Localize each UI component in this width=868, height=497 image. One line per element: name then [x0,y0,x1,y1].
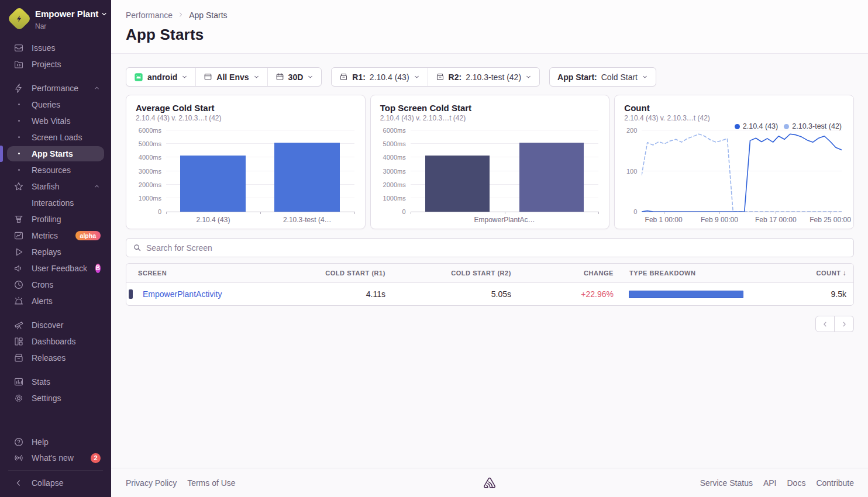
legend-item-2-10-3-test-42[interactable]: 2.10.3-test (42) [784,122,842,130]
chevron-down-icon [414,74,420,80]
screen-link[interactable]: EmpowerPlantActivity [138,289,222,299]
sidebar-item-dashboards[interactable]: Dashboards [7,334,104,349]
sidebar-item-collapse[interactable]: Collapse [7,475,104,491]
footer-link-contribute[interactable]: Contribute [816,478,854,488]
release-icon [339,73,348,81]
collapse-icon [13,477,25,489]
sidebar-item-label: Interactions [32,198,74,208]
section-chevron [93,84,101,92]
sidebar-item-resources[interactable]: Resources [7,163,104,178]
x-axis-label: Feb 9 00:00 [701,216,738,224]
chevron-down-icon [253,74,260,80]
x-axis-label: 2.10.4 (43) [196,216,230,224]
x-axis-tick [831,212,831,214]
y-axis-tick-label: 1000ms [379,195,406,202]
sidebar-item-issues[interactable]: Issues [7,40,104,56]
releases-icon [13,352,25,364]
sidebar-item-releases[interactable]: Releases [7,350,104,365]
search-input[interactable] [146,243,847,253]
chart-title: Count [624,103,844,113]
sidebar-item-screen-loads[interactable]: Screen Loads [7,130,104,145]
sidebar-item-starfish[interactable]: Starfish [7,179,104,194]
sidebar-item-performance[interactable]: Performance [7,81,104,96]
sidebar-item-interactions[interactable]: Interactions [7,195,104,210]
environment-filter[interactable]: All Envs [195,68,267,86]
help-icon [13,436,25,448]
x-axis-label: 2.10.3-test (4… [283,216,332,224]
release1-filter[interactable]: R1:2.10.4 (43) [332,68,427,86]
sidebar-item-metrics[interactable]: Metricsalpha [7,228,104,243]
breadcrumb-performance[interactable]: Performance [126,11,173,20]
x-axis-tick [598,212,599,214]
y-axis-tick-label: 3000ms [135,168,161,175]
count-line-chart-svg [642,130,842,212]
footer-link-service-status[interactable]: Service Status [700,478,753,488]
app-start-type-filter[interactable]: App Start:Cold Start [550,68,656,86]
window-icon [204,73,212,81]
footer-link-docs[interactable]: Docs [787,478,806,488]
sidebar-item-label: Profiling [32,215,61,224]
previous-page-button[interactable] [815,316,835,332]
legend-label: 2.10.4 (43) [743,122,778,130]
pagination [111,316,854,332]
release2-filter[interactable]: R2:2.10.3-test (42) [428,68,540,86]
android-icon [134,73,143,82]
change-value: +22.96% [518,289,621,299]
column-label: COLD START (R1) [325,270,385,277]
count-chart-card: Count2.10.4 (43) v. 2.10.3…t (42)0100200… [614,95,854,229]
sidebar-item-label: Queries [32,100,60,109]
replays-icon [13,247,24,257]
sidebar-item-label: Releases [32,353,66,363]
column-header-count[interactable]: COUNT↓ [773,269,853,277]
footer-link-api[interactable]: API [763,478,777,488]
bullet-icon [13,132,25,143]
project-filter[interactable]: android [126,68,195,86]
sidebar-item-queries[interactable]: Queries [7,97,104,112]
sidebar-item-profiling[interactable]: Profiling [7,212,104,227]
top-screen-cold-start-chart-plot: 01000ms2000ms3000ms4000ms5000ms6000msEmp… [411,130,599,212]
feedback-icon [13,263,24,274]
sidebar-item-web-vitals[interactable]: Web Vitals [7,113,104,129]
sidebar-item-settings[interactable]: Settings [7,391,104,406]
next-page-button[interactable] [835,316,854,332]
footer-left-links: Privacy PolicyTerms of Use [126,478,236,488]
project-name: Nar [35,22,46,30]
sidebar-item-label: Stats [32,377,50,386]
sidebar-item-help[interactable]: Help [7,434,104,450]
footer-link-privacy-policy[interactable]: Privacy Policy [126,478,177,488]
sidebar-item-label: Crons [32,280,53,289]
main-content: PerformanceApp Starts App Starts android… [111,0,868,497]
x-axis-tick [411,212,411,214]
breadcrumb-app-starts: App Starts [189,11,227,20]
sidebar-item-app-starts[interactable]: App Starts [7,146,104,161]
sidebar-item-what-s-new[interactable]: What's new2 [7,450,104,465]
footer-link-terms-of-use[interactable]: Terms of Use [187,478,235,488]
column-label: TYPE BREAKDOWN [629,270,695,277]
legend-item-2-10-4-43[interactable]: 2.10.4 (43) [735,122,778,130]
count-badge: 2 [91,453,101,463]
sidebar-item-replays[interactable]: Replays [7,244,104,260]
sidebar: Empower Plant Nar IssuesProjectsPerforma… [0,0,111,497]
issues-icon [13,43,24,53]
y-axis-tick-label: 0 [614,208,637,215]
y-axis-tick-label: 0 [379,208,406,215]
sidebar-item-alerts[interactable]: Alerts [7,294,104,309]
org-switcher[interactable]: Empower Plant Nar [0,7,111,40]
legend-dot-icon [784,124,789,129]
filter-value: 2.10.4 (43) [370,73,409,82]
calendar-icon [275,73,284,81]
sidebar-item-projects[interactable]: Projects [7,57,104,72]
sidebar-item-user-feedback[interactable]: User FeedbackB [7,261,104,276]
crons-icon [13,279,25,291]
sidebar-item-stats[interactable]: Stats [7,374,104,389]
search-bar [126,238,854,257]
column-header-cold-start-r2: COLD START (R2) [392,270,518,277]
empower-plant-logo-icon [7,6,32,31]
x-axis-tick [664,212,664,214]
chart-subtitle: 2.10.4 (43) v. 2.10.3…t (42) [380,114,600,122]
sidebar-item-discover[interactable]: Discover [7,317,104,333]
footer: Privacy PolicyTerms of Use Service Statu… [111,468,868,497]
page-header: PerformanceApp Starts App Starts [111,0,868,54]
date-range-filter[interactable]: 30D [267,68,322,86]
sidebar-item-crons[interactable]: Crons [7,277,104,292]
